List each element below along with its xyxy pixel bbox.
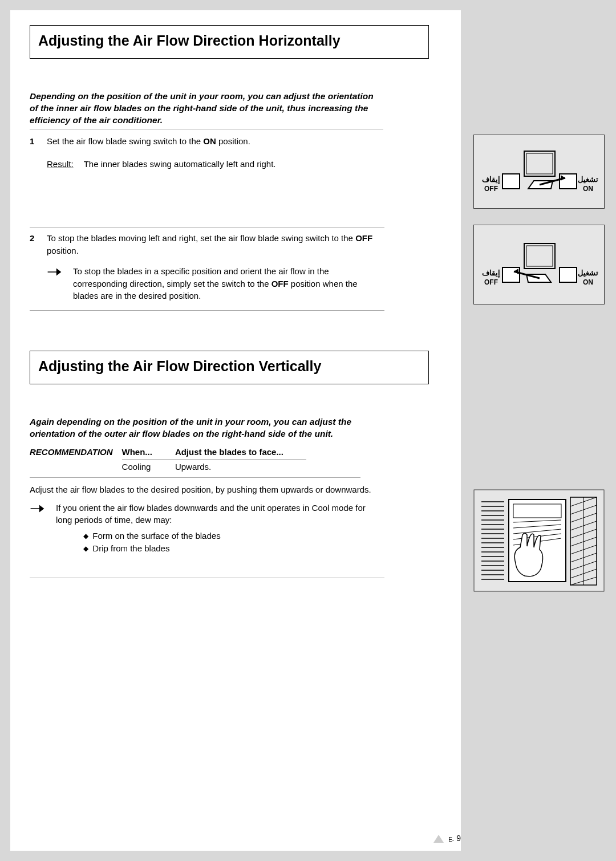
off-label-1: OFF bbox=[484, 185, 498, 193]
ar-off-2: إيقاف bbox=[482, 269, 500, 278]
bullet-2: Drip from the blades bbox=[83, 542, 383, 555]
rec-header-adjust: Adjust the blades to face... bbox=[175, 445, 306, 460]
section-2-note: If you orient the air flow blades downwa… bbox=[30, 502, 383, 555]
on-label-1: ON bbox=[583, 185, 593, 193]
step-2-note-text: To stop the blades in a specific positio… bbox=[73, 265, 384, 302]
dew-bullets: Form on the surface of the blades Drip f… bbox=[83, 530, 383, 555]
step-2-number: 2 bbox=[30, 232, 38, 302]
step-2-text-a: To stop the blades moving left and right… bbox=[47, 233, 355, 243]
page-triangle-icon bbox=[433, 835, 444, 843]
ar-on-2: تشغيل bbox=[578, 269, 598, 277]
figure-switch-off: إيقاف تشغيل OFF ON bbox=[473, 225, 605, 304]
off-label-2: OFF bbox=[484, 278, 498, 286]
step-1-result: Result: The inner blades swing automatic… bbox=[47, 158, 384, 170]
step-2-body: To stop the blades moving left and right… bbox=[47, 232, 384, 302]
rec-row1-when: Cooling bbox=[122, 459, 175, 474]
note-arrow-icon bbox=[30, 504, 48, 513]
step-1-number: 1 bbox=[30, 135, 38, 170]
step-1-body: Set the air flow blade swing switch to t… bbox=[47, 135, 384, 170]
step-2-off: OFF bbox=[355, 233, 372, 243]
figure-switch-on: إيقاف تشغيل OFF ON bbox=[473, 135, 605, 209]
section-1-title: Adjusting the Air Flow Direction Horizon… bbox=[38, 33, 420, 49]
svg-rect-30 bbox=[513, 504, 561, 518]
step-2: 2 To stop the blades moving left and rig… bbox=[30, 228, 384, 311]
section-1-title-box: Adjusting the Air Flow Direction Horizon… bbox=[30, 25, 429, 59]
svg-rect-6 bbox=[526, 246, 553, 266]
figure-blade-adjust bbox=[473, 489, 605, 592]
step-2-text-c: position. bbox=[47, 246, 79, 255]
section-2-title-box: Adjusting the Air Flow Direction Vertica… bbox=[30, 351, 429, 384]
section-2-plain: Adjust the air flow blades to the desire… bbox=[30, 484, 383, 496]
ar-on-1: تشغيل bbox=[578, 175, 598, 184]
section-2-note-body: If you orient the air flow blades downwa… bbox=[56, 502, 383, 555]
svg-rect-2 bbox=[502, 174, 520, 189]
svg-rect-8 bbox=[560, 267, 577, 282]
on-label-2: ON bbox=[583, 278, 593, 286]
section-2-note-text: If you orient the air flow blades downwa… bbox=[56, 503, 366, 525]
step-1-on: ON bbox=[203, 136, 216, 146]
result-text: The inner blades swing automatically lef… bbox=[84, 158, 276, 170]
rec-label: RECOMMENDATION bbox=[30, 445, 122, 460]
step-2-note: To stop the blades in a specific positio… bbox=[47, 265, 384, 302]
rec-row1-adjust: Upwards. bbox=[175, 459, 306, 474]
step-1-text-c: position. bbox=[216, 136, 250, 146]
section-1-intro: Depending on the position of the unit in… bbox=[30, 91, 383, 129]
recommendation-table: RECOMMENDATION When... Adjust the blades… bbox=[30, 445, 306, 474]
rec-header-when: When... bbox=[122, 445, 175, 460]
manual-page: Adjusting the Air Flow Direction Horizon… bbox=[10, 10, 461, 851]
svg-rect-1 bbox=[526, 153, 553, 174]
step-1: 1 Set the air flow blade swing switch to… bbox=[30, 131, 384, 178]
note-arrow-icon bbox=[47, 267, 65, 277]
svg-rect-5 bbox=[524, 243, 555, 269]
ar-off-1: إيقاف bbox=[482, 175, 500, 184]
result-label: Result: bbox=[47, 158, 74, 170]
section-2-intro: Again depending on the position of the u… bbox=[30, 416, 383, 442]
svg-rect-0 bbox=[524, 151, 555, 176]
bullet-1: Form on the surface of the blades bbox=[83, 530, 383, 542]
step-1-text-a: Set the air flow blade swing switch to t… bbox=[47, 136, 203, 146]
section-2-title: Adjusting the Air Flow Direction Vertica… bbox=[38, 358, 420, 375]
recommendation-block: RECOMMENDATION When... Adjust the blades… bbox=[30, 445, 360, 478]
page-number: E-9 bbox=[433, 834, 461, 843]
